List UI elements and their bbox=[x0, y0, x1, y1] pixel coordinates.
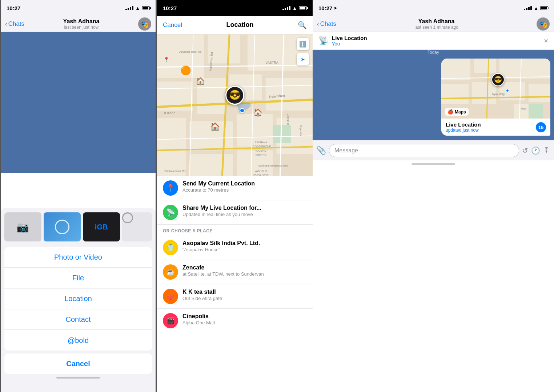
cancel-button-2[interactable]: Cancel bbox=[163, 21, 182, 29]
location-list: 📍 Send My Current Location Accurate to 7… bbox=[157, 176, 313, 333]
status-time-1: 10:27 bbox=[7, 5, 20, 11]
svg-text:Nyay Marg: Nyay Marg bbox=[492, 93, 505, 96]
contact-option[interactable]: Contact bbox=[4, 309, 152, 330]
chat-background-1 bbox=[1, 32, 156, 173]
location-option[interactable]: Location bbox=[4, 289, 152, 309]
camera-thumb[interactable]: 📷 bbox=[4, 212, 41, 241]
status-bar-2: 10:27 ▲ bbox=[157, 0, 313, 16]
svg-text:Naya Mar: Naya Mar bbox=[299, 125, 302, 136]
svg-rect-14 bbox=[273, 125, 291, 143]
map-pin-2: 🏠 bbox=[196, 77, 205, 85]
igb-label: iGB bbox=[95, 223, 108, 231]
message-placeholder: Message bbox=[334, 147, 358, 154]
place-1-text: Asopalav Silk India Pvt. Ltd. "Asopalav … bbox=[182, 240, 260, 252]
place-4-title: Cinepolis bbox=[182, 313, 215, 320]
user-location-pin: 😎 bbox=[225, 86, 244, 105]
svg-text:Jeevan D: Jeevan D bbox=[287, 114, 289, 125]
msg-user-pin: 😎 bbox=[491, 73, 505, 86]
place-item-3[interactable]: 🫖 K K tea stall Out Side Atira gate bbox=[157, 284, 313, 309]
photo-thumb-3[interactable] bbox=[122, 212, 152, 241]
photo-thumb-2[interactable]: iGB bbox=[83, 212, 120, 241]
attach-button[interactable]: 📎 bbox=[316, 146, 326, 155]
location-arrow-icon-3: ➤ bbox=[334, 6, 337, 11]
chats-back-label-1[interactable]: Chats bbox=[8, 20, 24, 28]
svg-rect-41 bbox=[474, 59, 496, 73]
message-map[interactable]: Nyay Marg Naya 😎 🍎 Maps bbox=[441, 59, 550, 119]
selection-circle bbox=[55, 220, 69, 234]
status-bar-1: 10:27 ▲ bbox=[1, 0, 156, 16]
mic-button[interactable]: 🎙 bbox=[543, 146, 550, 155]
live-location-item[interactable]: 📡 Share My Live Location for... Updated … bbox=[157, 200, 313, 225]
place-item-2[interactable]: ☕ Zencafe at Satellite, at TDW, next to … bbox=[157, 260, 313, 284]
current-location-item[interactable]: 📍 Send My Current Location Accurate to 7… bbox=[157, 176, 313, 200]
svg-rect-43 bbox=[441, 84, 469, 104]
last-seen-3: last seen 1 minute ago bbox=[414, 25, 458, 30]
nav-bar-3: ‹ Chats Yash Adhana last seen 1 minute a… bbox=[313, 16, 554, 32]
map-pin-4: 🏠 bbox=[210, 122, 220, 132]
map-svg: Nyay Marg Kadambari Rd Suryanshi Tower R… bbox=[157, 34, 313, 176]
live-location-banner-you: You bbox=[332, 41, 367, 47]
search-button-2[interactable]: 🔍 bbox=[298, 21, 307, 29]
place-item-1[interactable]: 👕 Asopalav Silk India Pvt. Ltd. "Asopala… bbox=[157, 236, 313, 260]
place-4-icon: 🎬 bbox=[163, 313, 178, 328]
bold-label: @bold bbox=[68, 336, 89, 345]
map-info-button[interactable]: ℹ️ bbox=[297, 38, 309, 50]
apple-maps-label: 🍎 Maps bbox=[445, 108, 469, 116]
camera-icon: 📷 bbox=[16, 221, 29, 233]
cancel-button-sheet[interactable]: Cancel bbox=[4, 353, 152, 374]
avatar-emoji-1: 🎭 bbox=[140, 20, 149, 28]
photo-video-option[interactable]: Photo or Video bbox=[4, 247, 152, 268]
place-item-4[interactable]: 🎬 Cinepolis Alpha One Mall bbox=[157, 309, 313, 333]
section-header-places: OR CHOOSE A PLACE bbox=[157, 225, 313, 236]
selection-circle-2 bbox=[122, 212, 133, 223]
chats-back-label-3[interactable]: Chats bbox=[320, 20, 336, 28]
message-input-bar: 📎 Message ↺ 🕐 🎙 bbox=[313, 140, 554, 160]
svg-text:VASTRA: VASTRA bbox=[266, 61, 278, 64]
live-location-text: Share My Live Location for... Updated in… bbox=[182, 205, 261, 217]
maps-text: Maps bbox=[455, 109, 466, 115]
place-1-sub: "Asopalav House" bbox=[182, 247, 260, 252]
loop-button[interactable]: ↺ bbox=[522, 146, 528, 155]
place-2-text: Zencafe at Satellite, at TDW, next to Su… bbox=[182, 264, 264, 277]
close-banner-button[interactable]: × bbox=[544, 37, 548, 45]
avatar-1[interactable]: 🎭 bbox=[138, 17, 151, 31]
signal-icon-1 bbox=[125, 6, 133, 10]
apple-logo-icon: 🍎 bbox=[447, 109, 453, 115]
file-option[interactable]: File bbox=[4, 268, 152, 288]
wifi-icon-1: ▲ bbox=[135, 5, 140, 11]
bold-option[interactable]: @bold bbox=[4, 330, 152, 351]
map-location-button[interactable]: ➤ bbox=[297, 53, 309, 65]
svg-rect-7 bbox=[266, 78, 313, 111]
current-location-icon: 📍 bbox=[163, 180, 178, 196]
svg-rect-48 bbox=[529, 104, 543, 119]
message-input[interactable]: Message bbox=[329, 144, 519, 157]
current-location-text: Send My Current Location Accurate to 70 … bbox=[182, 180, 255, 193]
phone-3: 10:27 ➤ ▲ ‹ Chats Yash Adhana last seen … bbox=[313, 0, 554, 392]
svg-rect-40 bbox=[441, 59, 470, 80]
live-location-sub: Updated in real time as you move bbox=[182, 212, 261, 217]
place-3-icon: 🫖 bbox=[163, 289, 178, 304]
wifi-icon-3: ▲ bbox=[534, 5, 538, 11]
avatar-3[interactable]: 🎭 bbox=[537, 17, 550, 31]
location-label: Location bbox=[64, 295, 92, 303]
place-4-sub: Alpha One Mall bbox=[182, 320, 215, 325]
place-2-icon: ☕ bbox=[163, 264, 178, 280]
today-label: Today bbox=[313, 50, 554, 55]
nav-bar-2: Cancel Location 🔍 bbox=[157, 16, 313, 34]
nav-bar-1: ‹ Chats Yash Adhana last seen just now 🎭 bbox=[1, 16, 156, 32]
clock-button[interactable]: 🕐 bbox=[531, 146, 540, 155]
back-button-3[interactable]: ‹ Chats bbox=[317, 20, 336, 28]
place-1-icon: 👕 bbox=[163, 240, 178, 255]
svg-text:RACHANA: RACHANA bbox=[255, 141, 267, 144]
avatar-emoji-3: 🎭 bbox=[539, 20, 548, 28]
chevron-left-icon-3: ‹ bbox=[317, 20, 319, 28]
map-view[interactable]: Nyay Marg Kadambari Rd Suryanshi Tower R… bbox=[157, 34, 313, 176]
message-subtitle: updated just now bbox=[446, 128, 481, 133]
map-pin-5: 📍 bbox=[163, 57, 169, 63]
photo-thumb-1[interactable] bbox=[44, 212, 81, 241]
wifi-icon-2: ▲ bbox=[292, 5, 297, 11]
svg-text:Surendra Mangaldas Marg: Surendra Mangaldas Marg bbox=[258, 164, 288, 167]
back-button-1[interactable]: ‹ Chats bbox=[5, 20, 24, 28]
place-3-text: K K tea stall Out Side Atira gate bbox=[182, 289, 222, 301]
message-bubble: Nyay Marg Naya 😎 🍎 Maps Live Location up… bbox=[441, 59, 550, 136]
